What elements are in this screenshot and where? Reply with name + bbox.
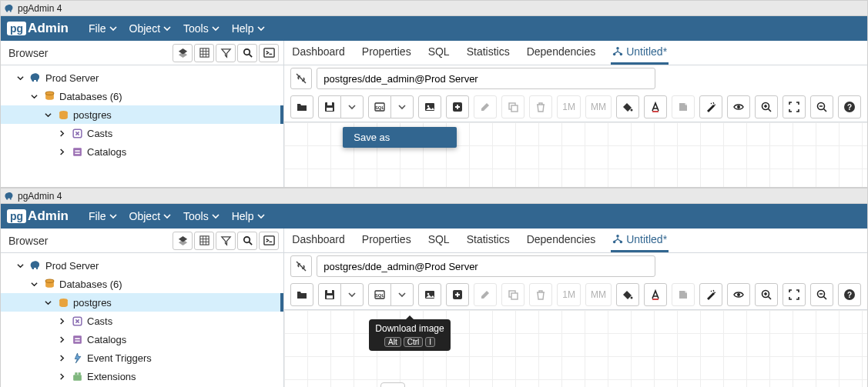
connection-status-button[interactable]	[290, 255, 312, 277]
menu-object[interactable]: Object	[123, 19, 177, 38]
expand-icon[interactable]	[56, 355, 67, 362]
clone-button[interactable]	[501, 95, 524, 118]
save-dropdown[interactable]	[340, 283, 364, 306]
add-table-button[interactable]	[446, 95, 469, 118]
expand-icon[interactable]	[56, 373, 67, 380]
zoom-fit-button[interactable]	[783, 283, 806, 306]
sql-button[interactable]	[368, 283, 391, 306]
tab-dependencies[interactable]: Dependencies	[525, 229, 598, 252]
save-as-menu-item[interactable]: Save as	[343, 127, 457, 148]
many-to-many-button[interactable]: MM	[585, 95, 612, 118]
collapse-icon[interactable]	[28, 93, 39, 100]
canvas-node[interactable]	[380, 382, 405, 387]
auto-align-button[interactable]	[699, 283, 722, 306]
connection-input[interactable]	[317, 255, 655, 277]
collapse-icon[interactable]	[15, 75, 25, 82]
one-to-many-button[interactable]: 1M	[557, 95, 581, 118]
clone-button[interactable]	[501, 283, 524, 306]
show-details-button[interactable]	[727, 95, 750, 118]
open-button[interactable]	[290, 283, 313, 306]
tree-event-triggers[interactable]: Event Triggers	[1, 349, 283, 367]
tree-catalogs[interactable]: Catalogs	[1, 330, 283, 349]
one-to-many-button[interactable]: 1M	[557, 283, 581, 306]
help-button[interactable]	[838, 95, 861, 118]
save-dropdown[interactable]	[340, 95, 364, 118]
download-image-button[interactable]	[418, 283, 441, 306]
zoom-out-button[interactable]	[810, 283, 833, 306]
text-color-button[interactable]	[644, 283, 667, 306]
search-button[interactable]	[237, 44, 257, 62]
expand-icon[interactable]	[56, 336, 67, 343]
auto-align-button[interactable]	[699, 95, 722, 118]
tree-db-postgres[interactable]: postgres	[1, 105, 283, 124]
text-color-button[interactable]	[644, 95, 667, 118]
delete-button[interactable]	[529, 283, 552, 306]
tree-catalogs[interactable]: Catalogs	[1, 142, 283, 161]
tab-statistics[interactable]: Statistics	[465, 41, 511, 65]
tab-properties[interactable]: Properties	[360, 229, 413, 252]
connection-input[interactable]	[317, 68, 655, 89]
show-details-button[interactable]	[727, 283, 750, 306]
tab-untitled[interactable]: Untitled*	[611, 41, 669, 65]
expand-icon[interactable]	[56, 318, 67, 325]
download-image-button[interactable]	[418, 95, 441, 118]
add-table-button[interactable]	[446, 283, 469, 306]
sql-dropdown[interactable]	[390, 95, 414, 118]
tab-sql[interactable]: SQL	[427, 41, 451, 65]
grid-button[interactable]	[194, 232, 214, 250]
help-button[interactable]	[838, 283, 861, 306]
open-button[interactable]	[290, 95, 313, 118]
tab-sql[interactable]: SQL	[427, 229, 451, 252]
delete-button[interactable]	[529, 95, 552, 118]
zoom-fit-button[interactable]	[783, 95, 806, 118]
collapse-icon[interactable]	[28, 281, 39, 288]
fill-color-button[interactable]	[616, 283, 639, 306]
tree-casts[interactable]: Casts	[1, 124, 283, 142]
tab-statistics[interactable]: Statistics	[465, 229, 511, 252]
tab-dashboard[interactable]: Dashboard	[290, 41, 347, 65]
edit-button[interactable]	[474, 95, 497, 118]
tree-server[interactable]: Prod Server	[1, 256, 283, 275]
menu-help[interactable]: Help	[226, 207, 271, 225]
tree-databases[interactable]: Databases (6)	[1, 87, 283, 105]
connection-status-button[interactable]	[290, 68, 312, 89]
many-to-many-button[interactable]: MM	[585, 283, 612, 306]
collapse-icon[interactable]	[15, 262, 25, 269]
sql-dropdown[interactable]	[390, 283, 414, 306]
zoom-in-button[interactable]	[755, 283, 778, 306]
erd-canvas[interactable]: Download image Alt Ctrl I ◇	[284, 310, 867, 387]
zoom-in-button[interactable]	[755, 95, 778, 118]
layers-button[interactable]	[173, 44, 193, 62]
erd-canvas[interactable]: Save as	[284, 122, 867, 187]
search-button[interactable]	[237, 232, 257, 250]
collapse-icon[interactable]	[42, 299, 53, 306]
filter-button[interactable]	[216, 44, 236, 62]
save-button[interactable]	[318, 95, 341, 118]
fill-color-button[interactable]	[616, 95, 639, 118]
edit-button[interactable]	[474, 283, 497, 306]
grid-button[interactable]	[194, 44, 214, 62]
filter-button[interactable]	[216, 232, 236, 250]
save-button[interactable]	[318, 283, 341, 306]
terminal-button[interactable]	[259, 232, 279, 250]
terminal-button[interactable]	[259, 44, 279, 62]
layers-button[interactable]	[173, 232, 193, 250]
add-note-button[interactable]	[672, 283, 695, 306]
tab-properties[interactable]: Properties	[360, 41, 413, 65]
tab-untitled[interactable]: Untitled*	[611, 229, 669, 252]
menu-file[interactable]: File	[82, 207, 123, 225]
expand-icon[interactable]	[56, 148, 67, 155]
add-note-button[interactable]	[672, 95, 695, 118]
collapse-icon[interactable]	[42, 112, 53, 118]
menu-tools[interactable]: Tools	[177, 207, 226, 225]
tree-casts[interactable]: Casts	[1, 312, 283, 330]
menu-file[interactable]: File	[82, 19, 123, 38]
tab-dependencies[interactable]: Dependencies	[525, 41, 598, 65]
tree-db-postgres[interactable]: postgres	[1, 293, 283, 312]
tree-databases[interactable]: Databases (6)	[1, 275, 283, 293]
tree-extensions[interactable]: Extensions	[1, 367, 283, 385]
menu-help[interactable]: Help	[226, 19, 271, 38]
zoom-out-button[interactable]	[810, 95, 833, 118]
tab-dashboard[interactable]: Dashboard	[290, 229, 347, 252]
sql-button[interactable]	[368, 95, 391, 118]
